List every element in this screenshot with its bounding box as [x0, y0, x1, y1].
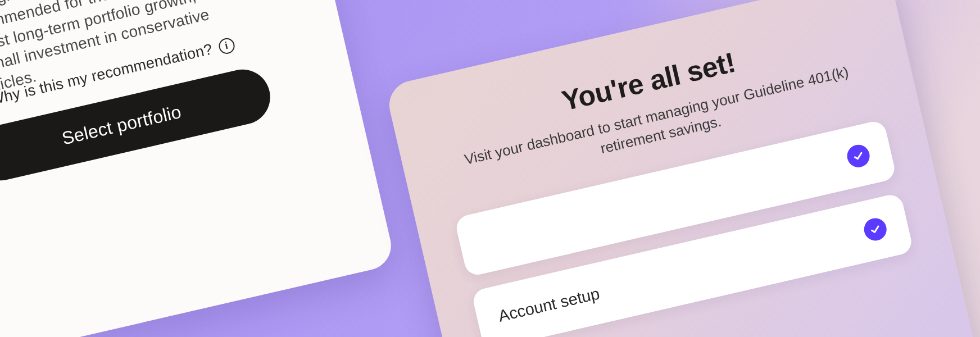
- portfolio-recommendation-card: An aggressive portfolio is recommended f…: [0, 0, 396, 337]
- task-label: Account setup: [497, 284, 602, 325]
- info-icon: i: [217, 37, 236, 56]
- check-icon: [845, 143, 872, 170]
- check-icon: [862, 216, 889, 243]
- confirmation-card: You're all set! Visit your dashboard to …: [384, 0, 980, 337]
